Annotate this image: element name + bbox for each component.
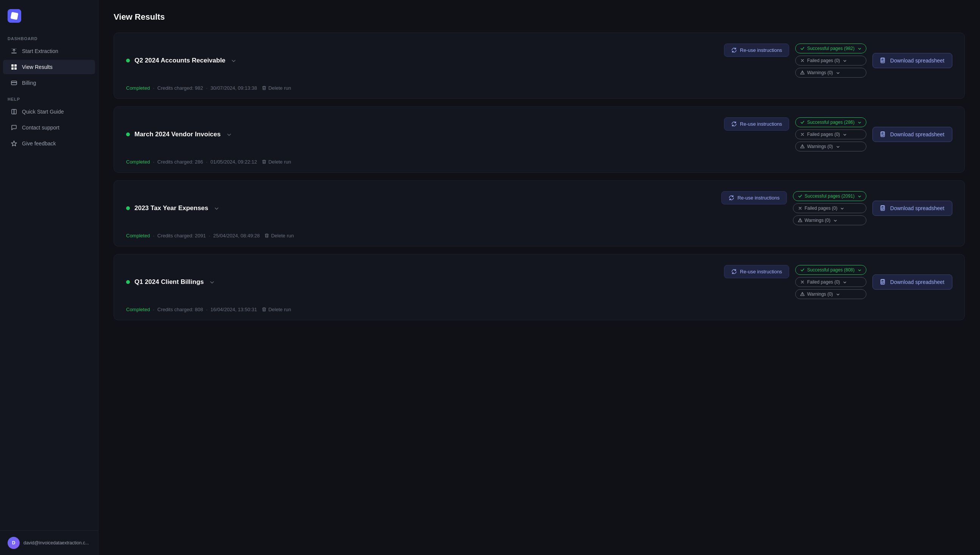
app-logo[interactable] — [8, 9, 21, 23]
download-spreadsheet-button[interactable]: Download spreadsheet — [873, 201, 952, 216]
chevron-down-icon[interactable] — [231, 58, 236, 63]
sidebar-item-billing[interactable]: Billing — [3, 76, 95, 90]
delete-run-button[interactable]: Delete run — [264, 233, 294, 239]
user-profile[interactable]: D david@invoicedataextraction.c... — [0, 530, 98, 555]
chevron-down-icon[interactable] — [210, 279, 214, 285]
card-title: Q2 2024 Accounts Receivable — [135, 57, 225, 64]
status-completed: Completed — [126, 85, 150, 91]
svg-point-17 — [802, 295, 803, 295]
sidebar-item-label: View Results — [22, 64, 53, 70]
delete-run-button[interactable]: Delete run — [261, 159, 291, 165]
badge-chevron-icon — [858, 268, 861, 272]
reuse-instructions-button[interactable]: Re-use instructions — [724, 43, 789, 57]
reuse-instructions-button[interactable]: Re-use instructions — [721, 191, 786, 204]
warnings-badge[interactable]: Warnings (0) — [793, 215, 866, 225]
card-left: March 2024 Vendor Invoices — [126, 131, 231, 138]
badge-chevron-icon — [843, 132, 847, 136]
download-spreadsheet-button[interactable]: Download spreadsheet — [873, 127, 952, 142]
result-card: March 2024 Vendor Invoices Re-use instru… — [114, 106, 965, 173]
run-date: 01/05/2024, 09:22:12 — [210, 159, 257, 165]
sidebar-item-label: Billing — [22, 80, 36, 86]
card-left: 2023 Tax Year Expenses — [126, 204, 219, 212]
result-card: 2023 Tax Year Expenses Re-use instructio… — [114, 180, 965, 247]
status-badges: Successful pages (2091) Failed pages (0) — [793, 191, 866, 225]
separator: · — [153, 159, 154, 165]
delete-run-button[interactable]: Delete run — [261, 85, 291, 91]
status-badges: Successful pages (808) Failed pages (0) — [795, 265, 866, 299]
delete-run-button[interactable]: Delete run — [261, 306, 291, 312]
separator: · — [153, 233, 154, 239]
card-left: Q1 2024 Client Billings — [126, 278, 214, 286]
successful-pages-badge[interactable]: Successful pages (982) — [795, 43, 866, 53]
card-left: Q2 2024 Accounts Receivable — [126, 57, 236, 64]
svg-rect-0 — [11, 53, 17, 53]
card-top: Q1 2024 Client Billings Re-use instructi… — [126, 265, 952, 299]
download-spreadsheet-button[interactable]: Download spreadsheet — [873, 274, 952, 290]
badge-chevron-icon — [843, 280, 847, 284]
sidebar-item-label: Start Extraction — [22, 48, 58, 54]
badge-chevron-icon — [840, 206, 844, 210]
card-title: 2023 Tax Year Expenses — [135, 204, 208, 212]
card-footer: Completed · Credits charged: 2091 · 25/0… — [126, 233, 952, 239]
help-section-label: Help — [0, 91, 98, 104]
badge-chevron-icon — [836, 71, 840, 75]
logo-area — [0, 0, 98, 30]
failed-pages-badge[interactable]: Failed pages (0) — [793, 203, 866, 213]
warnings-badge[interactable]: Warnings (0) — [795, 289, 866, 299]
sidebar-item-start-extraction[interactable]: Start Extraction — [3, 44, 95, 58]
sidebar-item-give-feedback[interactable]: Give feedback — [3, 136, 95, 151]
sidebar-item-contact-support[interactable]: Contact support — [3, 120, 95, 135]
main-content: View Results Q2 2024 Accounts Receivable — [98, 0, 980, 555]
svg-rect-3 — [14, 64, 17, 67]
status-completed: Completed — [126, 159, 150, 165]
result-card: Q1 2024 Client Billings Re-use instructi… — [114, 254, 965, 320]
sidebar-item-view-results[interactable]: View Results — [3, 60, 95, 74]
successful-pages-badge[interactable]: Successful pages (2091) — [793, 191, 866, 201]
svg-rect-5 — [14, 67, 17, 70]
badge-chevron-icon — [843, 58, 847, 63]
card-top: Q2 2024 Accounts Receivable Re-use instr… — [126, 43, 952, 78]
separator: · — [153, 306, 154, 312]
badge-chevron-icon — [834, 218, 837, 222]
card-title: Q1 2024 Client Billings — [135, 278, 204, 286]
sidebar-item-label: Contact support — [22, 125, 59, 131]
chevron-down-icon[interactable] — [214, 205, 219, 211]
successful-pages-badge[interactable]: Successful pages (808) — [795, 265, 866, 275]
svg-rect-2 — [11, 64, 14, 67]
run-date: 25/04/2024, 08:49:28 — [213, 233, 260, 239]
grid-icon — [11, 64, 18, 71]
warnings-badge[interactable]: Warnings (0) — [795, 68, 866, 78]
svg-point-14 — [800, 221, 800, 221]
card-actions: Re-use instructions Successful pages (20… — [721, 191, 952, 225]
status-dot — [126, 133, 130, 136]
card-icon — [11, 80, 18, 86]
failed-pages-badge[interactable]: Failed pages (0) — [795, 56, 866, 66]
sidebar: Dashboard Start Extraction View Results — [0, 0, 98, 555]
card-actions: Re-use instructions Successful pages (80… — [724, 265, 952, 299]
warnings-badge[interactable]: Warnings (0) — [795, 141, 866, 151]
credits-charged: Credits charged: 982 — [157, 85, 203, 91]
reuse-instructions-button[interactable]: Re-use instructions — [724, 117, 789, 131]
svg-rect-7 — [11, 82, 17, 83]
upload-icon — [11, 48, 18, 55]
card-footer: Completed · Credits charged: 982 · 30/07… — [126, 85, 952, 91]
separator: · — [206, 85, 207, 91]
chevron-down-icon[interactable] — [227, 132, 231, 137]
download-spreadsheet-button[interactable]: Download spreadsheet — [873, 53, 952, 68]
status-badges: Successful pages (982) Failed pages (0) — [795, 43, 866, 78]
card-footer: Completed · Credits charged: 286 · 01/05… — [126, 159, 952, 165]
star-icon — [11, 140, 18, 147]
badge-chevron-icon — [858, 194, 861, 198]
card-title: March 2024 Vendor Invoices — [135, 131, 221, 138]
credits-charged: Credits charged: 808 — [157, 306, 203, 312]
failed-pages-badge[interactable]: Failed pages (0) — [795, 277, 866, 287]
card-top: March 2024 Vendor Invoices Re-use instru… — [126, 117, 952, 151]
page-title: View Results — [114, 12, 965, 22]
sidebar-item-quick-start[interactable]: Quick Start Guide — [3, 104, 95, 119]
result-card: Q2 2024 Accounts Receivable Re-use instr… — [114, 32, 965, 99]
failed-pages-badge[interactable]: Failed pages (0) — [795, 130, 866, 139]
avatar: D — [8, 537, 20, 549]
successful-pages-badge[interactable]: Successful pages (286) — [795, 117, 866, 127]
reuse-instructions-button[interactable]: Re-use instructions — [724, 265, 789, 278]
separator: · — [209, 233, 210, 239]
